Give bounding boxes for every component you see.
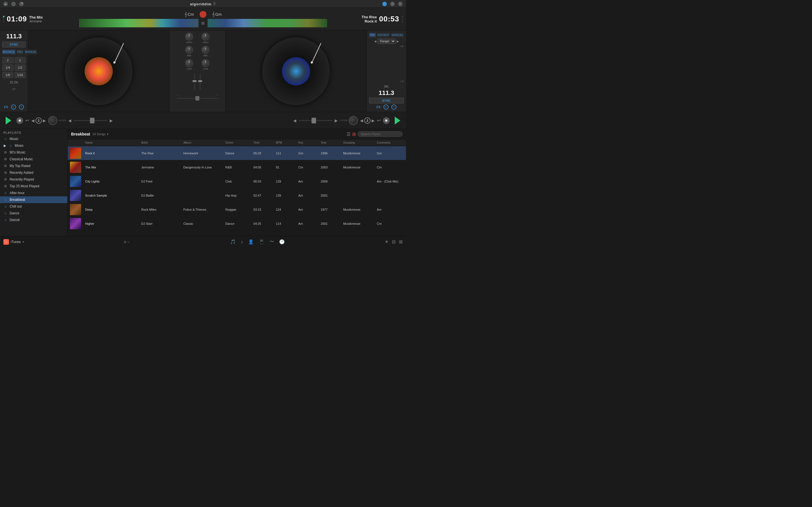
left-mid-knob[interactable] xyxy=(185,46,193,54)
brightness-icon[interactable]: ☀ xyxy=(385,239,389,244)
right-waveform[interactable] xyxy=(207,19,327,27)
wave-icon[interactable]: 〜 xyxy=(269,239,274,245)
playlist-btn[interactable]: ≡→ xyxy=(124,240,130,244)
beat-eighth[interactable]: 1/8 xyxy=(2,72,13,78)
right-filter-knob[interactable] xyxy=(349,116,358,125)
waveform-grid-btn[interactable]: ⊞ xyxy=(200,21,206,25)
music-source-icon[interactable]: 🎵 xyxy=(230,239,236,244)
list-view-btn[interactable]: ☰ xyxy=(347,131,350,137)
record-button[interactable] xyxy=(200,11,206,18)
itunes-dropdown[interactable]: ▾ xyxy=(22,240,24,243)
grid-icon[interactable]: ⠿ xyxy=(398,2,403,6)
sidebar-item-toprated[interactable]: ⚙ My Top Rated xyxy=(0,163,67,169)
left-pitch-right-btn[interactable]: ▶ xyxy=(110,118,113,123)
right-undo-btn[interactable]: ↷ xyxy=(391,105,396,110)
sidebar-item-90s[interactable]: ⚙ 90's Music xyxy=(0,149,67,156)
left-fx-button[interactable]: FX xyxy=(4,105,8,110)
right-pitch-left-btn[interactable]: ◀ xyxy=(293,118,296,123)
table-row[interactable]: Rock it The Rise Homework Dance 05:29 11… xyxy=(68,146,406,160)
col-key[interactable]: Key xyxy=(297,140,320,145)
right-instant-btn[interactable]: INSTANT xyxy=(377,33,390,38)
sidebar-item-dance[interactable]: ♫ Dance xyxy=(0,210,67,217)
blue-circle-icon[interactable] xyxy=(382,2,387,6)
crossfader-track[interactable] xyxy=(177,98,218,99)
sidebar-item-mixes[interactable]: ▶ ♫ Mixes xyxy=(0,142,67,149)
right-high-knob[interactable] xyxy=(202,33,209,41)
mic-icon[interactable]: 🎤 xyxy=(19,2,24,6)
left-loop-prev[interactable]: ◀ xyxy=(31,118,35,123)
right-manual-btn[interactable]: MANUAL xyxy=(391,33,404,38)
table-row[interactable]: The Mix Jermaine Dangerously In Love R&B… xyxy=(68,160,406,174)
left-filter-knob[interactable] xyxy=(48,116,57,125)
right-pitch-fader[interactable] xyxy=(299,120,333,121)
left-undo-btn[interactable]: ↷ xyxy=(19,105,24,110)
left-pitch-left-btn[interactable]: ◀ xyxy=(68,118,71,123)
col-time[interactable]: Time xyxy=(252,140,275,145)
sidebar-item-music[interactable]: ♫ Music xyxy=(0,135,67,142)
left-loop-btn[interactable]: ↻ xyxy=(11,105,16,110)
col-genre[interactable]: Genre xyxy=(224,140,252,145)
right-cue-button[interactable] xyxy=(383,117,390,124)
speaker-icon[interactable]: 🔈 xyxy=(3,2,8,6)
beat-1[interactable]: 1 xyxy=(15,57,26,63)
right-low-knob[interactable] xyxy=(202,59,209,67)
sidebar-item-classical[interactable]: ⚙ Classical Music xyxy=(0,156,67,163)
beat-half[interactable]: 1/2 xyxy=(15,64,26,71)
right-loop-next[interactable]: ▶ xyxy=(371,118,375,123)
sidebar-item-afterhour[interactable]: ♫ After-hour xyxy=(0,189,67,196)
headphones-icon[interactable]: 🎧 xyxy=(11,2,16,6)
right-fx-button[interactable]: FX xyxy=(376,105,380,110)
beat-2[interactable]: 2 xyxy=(2,57,13,63)
search-input[interactable] xyxy=(357,131,403,137)
sidebar-item-chillout[interactable]: ♫ Chill out xyxy=(0,203,67,210)
note-icon[interactable]: ♪ xyxy=(241,239,243,244)
clock-icon[interactable]: 🕐 xyxy=(279,239,285,244)
right-back-btn[interactable]: ↩ xyxy=(377,118,380,123)
left-play-button[interactable] xyxy=(3,115,14,126)
right-loop-btn[interactable]: ↻ xyxy=(384,105,389,110)
right-pad-btn[interactable]: PAD xyxy=(369,33,376,38)
person-icon[interactable]: 👤 xyxy=(248,239,254,244)
table-row[interactable]: Scratch Sample DJ Battle Hip Hop 02:47 1… xyxy=(68,188,406,203)
sidebar-item-recently-played[interactable]: ⚙ Recently Played xyxy=(0,176,67,183)
menu-icon[interactable]: ☰ xyxy=(390,2,395,6)
left-pitch-fader[interactable] xyxy=(73,120,107,121)
effect-selector[interactable]: Flanger Reverb Delay Phaser xyxy=(377,39,396,44)
right-vol-fader[interactable] xyxy=(200,73,201,91)
sidebar-item-recently-added[interactable]: ⚙ Recently Added xyxy=(0,169,67,176)
left-sync-button[interactable]: SYNC xyxy=(2,42,26,47)
layout-icon[interactable]: ⊟ xyxy=(392,239,396,244)
left-turntable[interactable] xyxy=(65,38,133,105)
right-pitch-right-btn[interactable]: ▶ xyxy=(335,118,338,123)
right-mid-knob[interactable] xyxy=(202,46,209,54)
sidebar-item-breakbeat[interactable]: ♫ Breakbeat xyxy=(0,196,67,203)
right-turntable[interactable] xyxy=(262,38,330,105)
sidebar-item-top25[interactable]: ⚙ Top 25 Most Played xyxy=(0,183,67,189)
col-bpm[interactable]: BPM xyxy=(274,140,297,145)
col-grouping[interactable]: Grouping xyxy=(342,140,375,145)
col-year[interactable]: Year xyxy=(320,140,342,145)
left-high-knob[interactable] xyxy=(185,33,193,41)
left-low-knob[interactable] xyxy=(185,59,193,67)
right-sync-button[interactable]: SYNC xyxy=(369,98,404,103)
left-cue-button[interactable] xyxy=(16,117,23,124)
left-waveform[interactable] xyxy=(79,19,199,27)
col-name[interactable]: Name xyxy=(84,140,140,145)
table-row[interactable]: City Lights DJ Fred Club 06:33 128 Am 20… xyxy=(68,174,406,188)
right-play-button[interactable] xyxy=(392,115,403,126)
sort-dropdown-icon[interactable]: ▾ xyxy=(107,132,109,136)
table-row[interactable]: Deep Rock Miles Police & Thieves Reggae … xyxy=(68,203,406,217)
table-row[interactable]: Higher DJ Starr Classic Dance 04:25 114 … xyxy=(68,217,406,231)
right-loop-prev[interactable]: ◀ xyxy=(360,118,363,123)
effect-next-btn[interactable]: ▶ xyxy=(397,40,399,43)
col-comments[interactable]: Comments xyxy=(376,140,404,145)
left-bounce-btn[interactable]: BOUNCE xyxy=(2,50,15,54)
sidebar-item-detroit[interactable]: ♫ Detroit xyxy=(0,217,67,223)
beat-sixteenth[interactable]: 1/16 xyxy=(15,72,26,78)
beat-quarter[interactable]: 1/4 xyxy=(2,64,13,71)
grid-view-btn[interactable]: ⊞ xyxy=(352,131,356,137)
tablet-icon[interactable]: 📱 xyxy=(259,239,264,244)
left-back-btn[interactable]: ↩ xyxy=(26,118,29,123)
col-artist[interactable]: Artist xyxy=(140,140,182,145)
left-loop-next[interactable]: ▶ xyxy=(43,118,46,123)
